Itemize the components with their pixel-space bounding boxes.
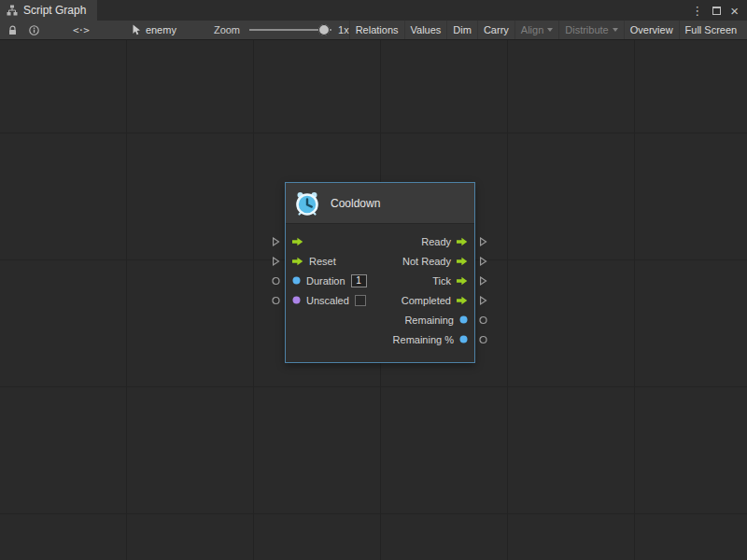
port-label: Tick: [432, 275, 451, 287]
value-connector-icon[interactable]: [272, 296, 280, 304]
maximize-button[interactable]: [712, 7, 721, 15]
carry-button[interactable]: Carry: [477, 21, 514, 39]
flow-out-port-icon[interactable]: [457, 237, 468, 246]
flow-connector-icon[interactable]: [272, 256, 280, 266]
toolbar-buttons: Relations Values Dim Carry Align Distrib…: [349, 21, 743, 39]
node-title: Cooldown: [331, 197, 380, 210]
value-connector-icon[interactable]: [479, 335, 487, 343]
port-label: Remaining: [404, 315, 454, 326]
full-screen-button[interactable]: Full Screen: [679, 21, 743, 39]
value-connector-icon[interactable]: [479, 315, 487, 324]
code-toggle-button[interactable]: <·>: [73, 24, 89, 36]
maximize-icon: [712, 7, 721, 15]
port-row: Duration Tick: [286, 271, 474, 290]
lock-icon: [7, 25, 18, 35]
window-titlebar: Script Graph ⋮ ×: [0, 0, 747, 21]
relations-button[interactable]: Relations: [349, 21, 404, 39]
port-row: Remaining: [286, 310, 474, 329]
flow-out-port-icon[interactable]: [457, 257, 468, 266]
bool-port-icon[interactable]: [292, 296, 301, 304]
graph-toolbar: <·> enemy Zoom 1x Relations Values Dim C…: [0, 21, 747, 40]
unscaled-checkbox[interactable]: [355, 295, 366, 306]
port-label: Unscaled: [306, 295, 349, 306]
port-label: Completed: [402, 295, 451, 306]
script-graph-tab[interactable]: Script Graph: [0, 0, 97, 21]
dim-button[interactable]: Dim: [446, 21, 477, 39]
zoom-control: Zoom 1x: [214, 23, 349, 36]
graph-breadcrumb[interactable]: enemy: [132, 24, 176, 35]
zoom-slider-handle[interactable]: [318, 24, 330, 35]
zoom-label: Zoom: [214, 24, 240, 35]
port-label: Reset: [309, 256, 336, 267]
alarm-clock-icon: [293, 189, 321, 217]
port-row: Unscaled Completed: [286, 290, 474, 310]
cooldown-node[interactable]: Cooldown Ready: [285, 182, 475, 363]
node-header[interactable]: Cooldown: [286, 183, 474, 224]
port-label: Remaining %: [393, 334, 454, 345]
script-graph-window: Script Graph ⋮ × <·> ene: [0, 0, 747, 560]
port-label: Duration: [306, 275, 345, 287]
chevron-down-icon: [547, 28, 553, 32]
menu-button[interactable]: ⋮: [691, 5, 703, 17]
chevron-down-icon: [613, 28, 618, 32]
info-icon: [29, 25, 39, 35]
script-graph-icon: [7, 5, 18, 16]
distribute-label: Distribute: [565, 24, 608, 35]
port-row: Reset Not Ready: [286, 251, 474, 271]
pointer-icon: [132, 24, 141, 35]
port-label: Ready: [421, 236, 451, 247]
info-button[interactable]: [29, 25, 39, 35]
overview-button[interactable]: Overview: [624, 21, 679, 39]
align-button[interactable]: Align: [514, 21, 558, 39]
flow-connector-icon[interactable]: [479, 295, 487, 305]
port-row: Ready: [286, 231, 474, 251]
flow-connector-icon[interactable]: [272, 236, 280, 246]
graph-name: enemy: [146, 24, 176, 35]
float-port-icon[interactable]: [459, 335, 468, 343]
values-button[interactable]: Values: [404, 21, 447, 39]
float-port-icon[interactable]: [459, 315, 468, 324]
zoom-slider[interactable]: [249, 23, 331, 36]
flow-connector-icon[interactable]: [479, 275, 487, 286]
float-port-icon[interactable]: [292, 276, 301, 285]
close-button[interactable]: ×: [730, 4, 739, 18]
port-row: Remaining %: [286, 329, 474, 349]
port-label: Not Ready: [402, 256, 451, 267]
node-body: Ready Reset Not Ready: [286, 224, 474, 362]
tab-label: Script Graph: [23, 4, 86, 17]
duration-input[interactable]: [351, 274, 367, 287]
flow-connector-icon[interactable]: [479, 236, 487, 246]
distribute-button[interactable]: Distribute: [558, 21, 623, 39]
flow-in-port-icon[interactable]: [292, 237, 303, 246]
zoom-value: 1x: [338, 24, 349, 35]
align-label: Align: [521, 24, 543, 35]
flow-connector-icon[interactable]: [479, 256, 487, 266]
graph-canvas[interactable]: Cooldown Ready: [0, 40, 747, 560]
value-connector-icon[interactable]: [272, 276, 280, 285]
window-controls: ⋮ ×: [691, 0, 747, 21]
flow-out-port-icon[interactable]: [457, 276, 468, 286]
flow-out-port-icon[interactable]: [457, 296, 468, 305]
lock-button[interactable]: [7, 25, 18, 35]
flow-in-port-icon[interactable]: [292, 257, 303, 266]
